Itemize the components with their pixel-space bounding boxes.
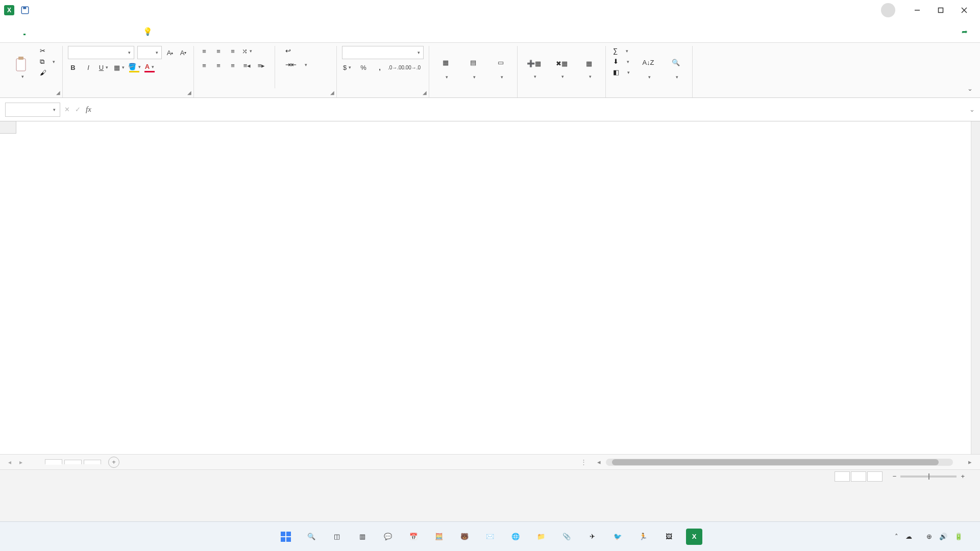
task-view-icon[interactable]: ◫ [329,529,345,545]
sort-filter-button[interactable]: A↓Z ▾ [637,46,659,88]
user-avatar[interactable] [881,3,895,17]
borders-button[interactable]: ▦▾ [114,62,124,72]
delete-cells-button[interactable]: ✖▦▾ [550,46,573,88]
conditional-formatting-button[interactable]: ▦ ▾ [434,46,457,88]
font-dialog-launcher[interactable]: ◢ [187,90,191,95]
onedrive-icon[interactable]: ☁ [905,533,912,540]
insert-cells-button[interactable]: ➕▦▾ [523,46,545,88]
start-button[interactable] [278,529,294,545]
split-handle-icon[interactable]: ⋮ [580,458,587,466]
battery-icon[interactable]: 🔋 [954,533,963,540]
view-page-layout-button[interactable] [851,471,866,482]
office-icon[interactable]: 📎 [558,529,575,545]
minimize-button[interactable] [905,2,929,18]
italic-button[interactable]: I [83,62,93,72]
hscroll-right[interactable]: ▸ [965,458,975,466]
mail-icon[interactable]: ✉️ [482,529,498,545]
number-dialog-launcher[interactable]: ◢ [423,90,427,95]
underline-button[interactable]: U▾ [99,62,109,72]
increase-indent-icon[interactable]: ≡▸ [256,60,266,70]
spreadsheet-grid[interactable] [0,121,980,454]
view-normal-button[interactable] [835,471,850,482]
align-bottom-icon[interactable]: ≡ [228,46,238,56]
format-painter-button[interactable]: 🖌 [38,68,57,78]
paste-button[interactable]: ▾ [10,46,33,88]
wrap-text-button[interactable]: ↩ [283,46,309,56]
formula-input[interactable] [95,103,965,117]
share-button[interactable]: ➦ [962,28,971,36]
chat-icon[interactable]: 💬 [380,529,396,545]
calculator-icon[interactable]: 🧮 [431,529,447,545]
fx-icon[interactable]: fx [86,105,91,114]
clipboard-dialog-launcher[interactable]: ◢ [56,90,60,95]
menu-view[interactable] [109,29,111,35]
clear-button[interactable]: ◧▾ [611,67,632,77]
horizontal-scrollbar[interactable] [606,459,953,466]
increase-font-icon[interactable]: A▴ [165,47,175,58]
zoom-slider[interactable] [900,475,957,478]
volume-icon[interactable]: 🔊 [939,533,947,540]
formula-accept-icon[interactable]: ✓ [75,106,81,113]
app-icon-1[interactable]: 🐻 [456,529,473,545]
decrease-decimal-icon[interactable]: .00→.0 [407,62,418,72]
excel-taskbar-icon[interactable]: X [686,529,702,545]
find-select-button[interactable]: 🔍 ▾ [665,46,687,88]
photos-icon[interactable]: 🖼 [660,529,677,545]
select-all-cell[interactable] [0,121,16,134]
hscroll-left[interactable]: ◂ [594,458,604,466]
font-color-button[interactable]: A▾ [144,62,155,72]
sheet-tab-3[interactable] [84,460,101,464]
app-icon-4[interactable]: 🏃 [635,529,651,545]
menu-file[interactable] [9,29,11,35]
save-icon[interactable] [20,6,30,15]
accounting-format-icon[interactable]: $▾ [342,62,352,72]
align-right-icon[interactable]: ≡ [228,60,238,70]
view-page-break-button[interactable] [867,471,883,482]
decrease-indent-icon[interactable]: ≡◂ [242,60,252,70]
increase-decimal-icon[interactable]: .0→.00 [391,62,401,72]
cut-button[interactable]: ✂ [38,46,57,56]
align-top-icon[interactable]: ≡ [199,46,209,56]
align-center-icon[interactable]: ≡ [213,60,224,70]
formula-cancel-icon[interactable]: ✕ [64,106,70,113]
file-explorer-icon[interactable]: 📁 [533,529,549,545]
app-icon-3[interactable]: 🐦 [609,529,626,545]
vertical-scrollbar[interactable] [971,121,980,454]
widgets-icon[interactable]: ▥ [354,529,371,545]
alignment-dialog-launcher[interactable]: ◢ [330,90,334,95]
zoom-out-button[interactable]: − [893,472,897,480]
collapse-ribbon-button[interactable]: ⌄ [967,85,973,92]
align-left-icon[interactable]: ≡ [199,60,209,70]
font-name-select[interactable]: ▾ [68,46,134,59]
sheet-tab-1[interactable] [45,459,62,465]
fill-button[interactable]: ⬇▾ [611,57,632,66]
app-icon-2[interactable]: ✈ [584,529,600,545]
merge-center-button[interactable]: ⇥⇤▾ [283,60,309,69]
number-format-select[interactable]: ▾ [342,46,424,59]
decrease-font-icon[interactable]: A▾ [178,47,188,58]
tell-me-search[interactable]: 💡 [143,27,158,36]
cell-styles-button[interactable]: ▭ ▾ [489,46,512,88]
edge-icon[interactable]: 🌐 [507,529,524,545]
percent-format-icon[interactable]: % [358,62,369,72]
menu-insert[interactable] [38,29,40,35]
zoom-in-button[interactable]: + [961,472,965,480]
fill-color-button[interactable]: 🪣▾ [129,62,139,72]
close-button[interactable] [952,2,976,18]
network-icon[interactable]: ⊕ [926,533,932,540]
font-size-select[interactable]: ▾ [137,46,162,59]
menu-page-layout[interactable] [52,29,54,35]
comma-format-icon[interactable]: , [375,62,385,72]
copy-button[interactable]: ⧉▾ [38,57,57,67]
orientation-icon[interactable]: ⤭▾ [242,46,252,56]
format-cells-button[interactable]: ▦▾ [578,46,600,88]
tray-chevron-icon[interactable]: ˄ [895,533,898,540]
menu-formulas[interactable] [66,29,68,35]
formula-expand-button[interactable]: ⌄ [969,106,975,113]
menu-data[interactable] [81,29,83,35]
sheet-nav-next[interactable]: ▸ [16,459,26,466]
maximize-button[interactable] [929,2,952,18]
name-box[interactable]: ▾ [5,103,60,117]
align-middle-icon[interactable]: ≡ [213,46,224,56]
calendar-icon[interactable]: 📅 [405,529,422,545]
